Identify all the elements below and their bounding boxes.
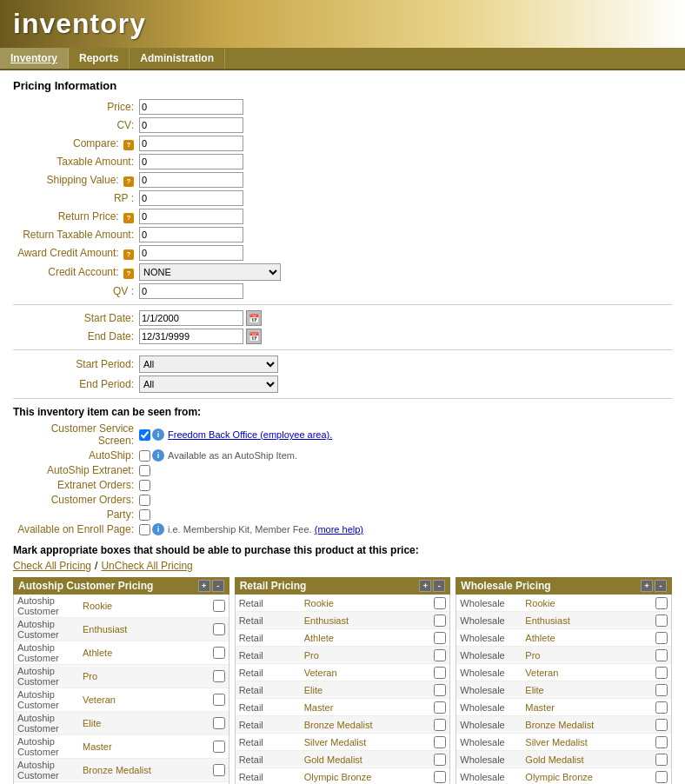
- return-price-input[interactable]: [139, 209, 243, 224]
- award-credit-tooltip-icon[interactable]: ?: [123, 249, 134, 260]
- autoship-label: AutoShip:: [13, 449, 139, 462]
- more-help-link[interactable]: (more help): [315, 524, 363, 535]
- shipping-tooltip-icon[interactable]: ?: [123, 176, 134, 187]
- customer-service-label: Customer Service Screen:: [13, 422, 139, 447]
- pricing-info-section: Pricing Information Price: CV: Compare: …: [13, 79, 672, 784]
- pricing-checkbox[interactable]: [434, 667, 446, 679]
- uncheck-all-link[interactable]: UnCheck All Pricing: [101, 560, 192, 572]
- qv-input[interactable]: [139, 283, 243, 299]
- credit-account-row: Credit Account: ? NONE: [13, 263, 672, 281]
- table-row: Wholesale Athlete: [456, 629, 671, 647]
- pricing-checkbox[interactable]: [434, 615, 446, 627]
- rp-input[interactable]: [139, 190, 243, 206]
- customer-orders-label: Customer Orders:: [13, 494, 139, 506]
- retail-table-header: Retail Pricing + -: [235, 577, 451, 595]
- end-date-input[interactable]: [139, 329, 243, 344]
- pricing-checkbox[interactable]: [434, 771, 446, 783]
- end-period-select[interactable]: All: [139, 375, 278, 393]
- credit-account-tooltip-icon[interactable]: ?: [123, 269, 134, 279]
- nav-item-administration[interactable]: Administration: [130, 48, 225, 69]
- pricing-checkbox[interactable]: [655, 615, 668, 627]
- pricing-checkbox[interactable]: [434, 649, 446, 661]
- pricing-checkbox[interactable]: [213, 647, 225, 659]
- end-date-row: End Date: 📅: [13, 329, 672, 344]
- pricing-tier: Elite: [525, 685, 655, 695]
- pricing-checkbox[interactable]: [655, 667, 668, 679]
- pricing-checkbox[interactable]: [434, 701, 446, 714]
- pricing-checkbox[interactable]: [213, 694, 225, 706]
- start-date-input[interactable]: [139, 310, 243, 326]
- pricing-checkbox[interactable]: [434, 719, 446, 731]
- freedom-backoffice-link[interactable]: Freedom Back Office (employee area).: [168, 429, 332, 440]
- pricing-checkbox[interactable]: [213, 600, 225, 612]
- nav-item-reports[interactable]: Reports: [69, 48, 130, 69]
- pricing-checkbox[interactable]: [434, 684, 446, 696]
- pricing-checkbox[interactable]: [213, 717, 225, 729]
- pricing-type: Retail: [239, 772, 304, 782]
- credit-account-select[interactable]: NONE: [139, 263, 281, 281]
- compare-tooltip-icon[interactable]: ?: [123, 140, 134, 150]
- pricing-checkbox[interactable]: [434, 597, 446, 609]
- start-date-wrapper: 📅: [139, 310, 262, 326]
- retail-collapse-icon[interactable]: -: [433, 580, 445, 592]
- pricing-tier: Pro: [304, 650, 435, 661]
- pricing-checkbox[interactable]: [655, 771, 668, 783]
- pricing-checkbox[interactable]: [213, 623, 225, 635]
- enroll-page-info-icon[interactable]: i: [152, 523, 164, 535]
- start-date-label: Start Date:: [13, 312, 139, 324]
- start-date-calendar-icon[interactable]: 📅: [246, 310, 262, 326]
- compare-row: Compare: ?: [13, 136, 672, 151]
- customer-orders-checkbox[interactable]: [139, 495, 150, 506]
- autoship-expand-icon[interactable]: +: [198, 580, 210, 592]
- extranet-orders-checkbox[interactable]: [139, 480, 150, 491]
- pricing-checkbox[interactable]: [655, 632, 668, 644]
- cv-input[interactable]: [139, 117, 243, 133]
- compare-input[interactable]: [139, 136, 243, 151]
- pricing-checkbox[interactable]: [213, 741, 225, 753]
- table-row: Wholesale Master: [456, 699, 671, 716]
- enroll-page-checkbox[interactable]: [139, 524, 150, 535]
- award-credit-label: Award Credit Amount: ?: [13, 247, 139, 260]
- table-row: Autoship Customer Athlete: [14, 641, 229, 665]
- pricing-checkbox[interactable]: [655, 719, 668, 731]
- pricing-checkbox[interactable]: [655, 597, 668, 609]
- party-checkbox[interactable]: [139, 509, 150, 521]
- return-taxable-input[interactable]: [139, 227, 243, 243]
- pricing-checkbox[interactable]: [434, 632, 446, 644]
- pricing-checkbox[interactable]: [655, 736, 668, 748]
- wholesale-collapse-icon[interactable]: -: [655, 580, 667, 592]
- award-credit-input[interactable]: [139, 245, 243, 261]
- pricing-checkbox[interactable]: [655, 701, 668, 714]
- end-date-calendar-icon[interactable]: 📅: [246, 329, 262, 344]
- retail-expand-icon[interactable]: +: [419, 580, 431, 592]
- pricing-type: Retail: [239, 615, 304, 626]
- autoship-collapse-icon[interactable]: -: [212, 580, 224, 592]
- enroll-page-label: Available on Enroll Page:: [13, 523, 139, 535]
- taxable-input[interactable]: [139, 154, 243, 169]
- pricing-checkbox[interactable]: [655, 649, 668, 661]
- pricing-checkbox[interactable]: [213, 670, 225, 682]
- pricing-checkbox[interactable]: [434, 754, 446, 766]
- pricing-checkbox[interactable]: [434, 736, 446, 748]
- pricing-type: Autoship Customer: [17, 642, 83, 663]
- autoship-info-icon[interactable]: i: [152, 449, 164, 462]
- pricing-checkbox[interactable]: [655, 684, 668, 696]
- shipping-input[interactable]: [139, 172, 243, 188]
- check-all-link[interactable]: Check All Pricing: [13, 560, 91, 572]
- pricing-tier: Master: [525, 702, 655, 713]
- autoship-checkbox[interactable]: [139, 450, 150, 462]
- table-row: Wholesale Veteran: [456, 664, 671, 681]
- return-price-tooltip-icon[interactable]: ?: [123, 213, 134, 223]
- start-period-select[interactable]: All: [139, 355, 278, 373]
- pricing-checkbox[interactable]: [213, 764, 225, 776]
- pricing-tier: Master: [83, 741, 213, 752]
- customer-orders-row: Customer Orders:: [13, 494, 672, 506]
- wholesale-expand-icon[interactable]: +: [641, 580, 653, 592]
- qv-row: QV :: [13, 283, 672, 299]
- customer-service-info-icon[interactable]: i: [152, 429, 164, 441]
- nav-item-inventory[interactable]: Inventory: [0, 48, 69, 69]
- customer-service-checkbox[interactable]: [139, 429, 150, 441]
- autoship-extranet-checkbox[interactable]: [139, 465, 150, 476]
- price-input[interactable]: [139, 99, 243, 115]
- pricing-checkbox[interactable]: [655, 754, 668, 766]
